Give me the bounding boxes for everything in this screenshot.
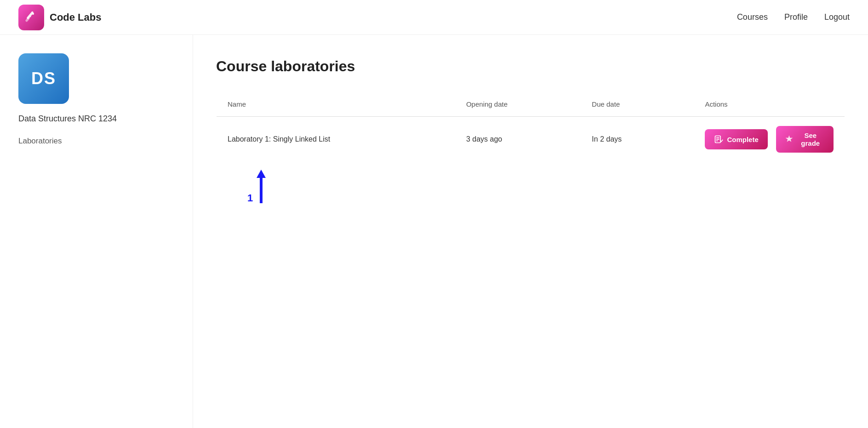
course-name: Data Structures NRC 1234 xyxy=(18,113,174,125)
lab-name: Laboratory 1: Singly Linked List xyxy=(217,117,455,162)
labs-table: Name Opening date Due date Actions Labor… xyxy=(216,91,845,162)
table-row: Laboratory 1: Singly Linked List 3 days … xyxy=(217,117,845,162)
app-logo xyxy=(18,5,44,30)
complete-icon xyxy=(714,135,723,144)
logo-area: Code Labs xyxy=(18,5,101,30)
svg-point-3 xyxy=(30,16,31,17)
lab-due-date: In 2 days xyxy=(581,117,694,162)
annotation-number: 1 xyxy=(247,193,253,203)
col-header-opening: Opening date xyxy=(455,92,581,117)
main-content: Course laboratories Name Opening date Du… xyxy=(193,35,868,428)
table-header-row: Name Opening date Due date Actions xyxy=(217,92,845,117)
course-avatar: DS xyxy=(18,53,69,104)
arrow-head xyxy=(257,170,266,178)
svg-point-2 xyxy=(32,13,34,15)
nav-courses[interactable]: Courses xyxy=(737,12,768,22)
nav-logout[interactable]: Logout xyxy=(824,12,850,22)
main-nav: Courses Profile Logout xyxy=(737,12,850,22)
annotation-arrow xyxy=(257,170,266,203)
grade-icon xyxy=(785,135,793,144)
sidebar: DS Data Structures NRC 1234 Laboratories xyxy=(0,35,193,428)
nav-profile[interactable]: Profile xyxy=(784,12,808,22)
col-header-actions: Actions xyxy=(694,92,845,117)
main-layout: DS Data Structures NRC 1234 Laboratories… xyxy=(0,35,868,428)
see-grade-button[interactable]: See grade xyxy=(776,126,834,153)
table-body: Laboratory 1: Singly Linked List 3 days … xyxy=(217,117,845,162)
annotation-area: 1 xyxy=(247,170,845,203)
col-header-name: Name xyxy=(217,92,455,117)
header: Code Labs Courses Profile Logout xyxy=(0,0,868,35)
arrow-shaft xyxy=(260,178,263,203)
logo-icon-svg xyxy=(24,10,39,25)
course-avatar-text: DS xyxy=(31,69,56,88)
page-title: Course laboratories xyxy=(216,58,845,75)
lab-opening-date: 3 days ago xyxy=(455,117,581,162)
complete-button[interactable]: Complete xyxy=(705,129,767,149)
col-header-due: Due date xyxy=(581,92,694,117)
sidebar-item-laboratories[interactable]: Laboratories xyxy=(18,134,174,148)
lab-actions: Complete See grade xyxy=(694,117,845,162)
actions-cell: Complete See grade xyxy=(705,126,834,153)
table-header: Name Opening date Due date Actions xyxy=(217,92,845,117)
app-name: Code Labs xyxy=(50,11,101,23)
